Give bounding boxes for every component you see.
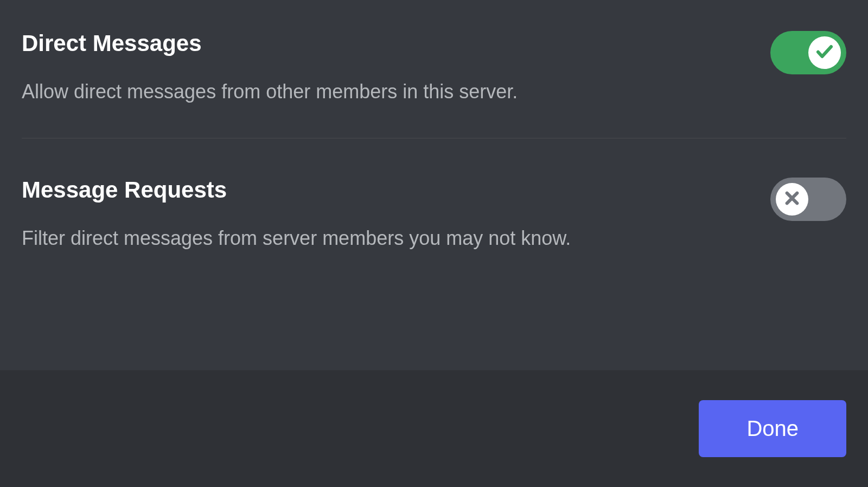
setting-text-group: Direct Messages Allow direct messages fr…: [22, 30, 770, 105]
message-requests-toggle[interactable]: [770, 178, 846, 221]
setting-title: Direct Messages: [22, 30, 749, 57]
toggle-knob: [776, 183, 808, 216]
direct-messages-toggle[interactable]: [770, 31, 846, 74]
setting-message-requests: Message Requests Filter direct messages …: [22, 138, 846, 274]
setting-title: Message Requests: [22, 176, 749, 204]
done-button[interactable]: Done: [699, 400, 846, 457]
settings-content: Direct Messages Allow direct messages fr…: [0, 0, 868, 274]
setting-text-group: Message Requests Filter direct messages …: [22, 176, 770, 252]
modal-footer: Done: [0, 370, 868, 487]
setting-description: Filter direct messages from server membe…: [22, 225, 749, 252]
x-icon: [783, 189, 801, 209]
setting-direct-messages: Direct Messages Allow direct messages fr…: [22, 0, 846, 127]
check-icon: [815, 42, 834, 64]
setting-description: Allow direct messages from other members…: [22, 79, 749, 105]
toggle-knob: [808, 36, 841, 69]
